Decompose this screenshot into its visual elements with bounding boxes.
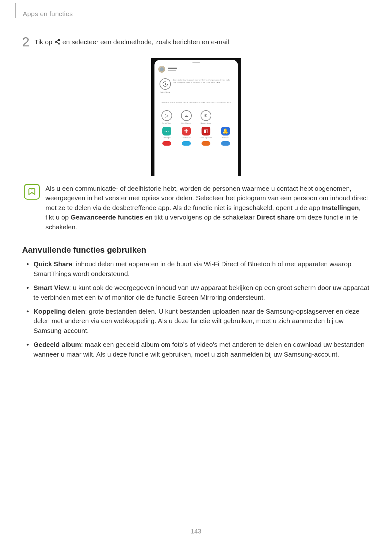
note-part-1: Instellingen bbox=[322, 204, 359, 211]
quick-share-icon bbox=[160, 78, 171, 90]
qs-desc-pre: Share instantly with people nearby. On t… bbox=[173, 79, 231, 83]
quick-share-desc: Share instantly with people nearby. On t… bbox=[173, 79, 234, 84]
app-label: Shared album bbox=[200, 122, 211, 124]
app-label: Create note bbox=[182, 137, 191, 139]
app-label: Smart View bbox=[162, 122, 171, 124]
partial-icon bbox=[202, 141, 210, 146]
figure: Quick Share Share instantly with people … bbox=[22, 58, 370, 176]
messages-icon: ⋯ bbox=[162, 127, 171, 135]
list-item: Gedeeld album: maak een gedeeld album om… bbox=[22, 340, 370, 359]
svg-point-5 bbox=[163, 82, 167, 87]
subheading: Aanvullende functies gebruiken bbox=[22, 245, 370, 255]
list-item: Smart View: u kunt ook de weergegeven in… bbox=[22, 283, 370, 302]
phone-screenshot: Quick Share Share instantly with people … bbox=[151, 58, 241, 176]
list-item: Quick Share: inhoud delen met apparaten … bbox=[22, 259, 370, 279]
sheet-header bbox=[158, 66, 234, 73]
section-header: Apps en functies bbox=[23, 10, 73, 18]
share-icon bbox=[54, 38, 61, 44]
app-samsung-notes: ◧ Samsung Notes bbox=[196, 127, 216, 139]
drag-handle-icon bbox=[192, 62, 200, 63]
bullet-text: : inhoud delen met apparaten in de buurt… bbox=[33, 260, 351, 277]
app-link-sharing: ☁ Link Sharing bbox=[177, 110, 196, 124]
svg-line-4 bbox=[57, 42, 58, 43]
partial-icon bbox=[182, 141, 191, 146]
step-text-before: Tik op bbox=[34, 38, 54, 45]
svg-line-3 bbox=[57, 40, 58, 41]
info-line: You'll be able to share with people here… bbox=[154, 98, 238, 110]
sheet-header-text bbox=[168, 68, 177, 71]
bullet-label: Quick Share bbox=[33, 260, 72, 268]
app-label: Samsung Notes bbox=[200, 137, 212, 139]
app-messages: ⋯ Messages bbox=[157, 127, 177, 139]
bullet-label: Smart View bbox=[33, 284, 69, 291]
app-partial-1 bbox=[157, 141, 177, 146]
qs-desc-bold: Tips bbox=[216, 81, 220, 83]
reminder-icon: 🔔 bbox=[221, 127, 230, 135]
link-sharing-icon: ☁ bbox=[181, 110, 192, 121]
svg-point-1 bbox=[55, 41, 56, 42]
header-rule bbox=[15, 3, 16, 18]
note-part-3: Geavanceerde functies bbox=[70, 214, 143, 221]
options-list: Quick Share: inhoud delen met apparaten … bbox=[22, 259, 370, 359]
shared-album-icon: ❄ bbox=[201, 110, 211, 121]
note-text: Als u een communicatie- of deelhistorie … bbox=[45, 184, 370, 232]
note-block: Als u een communicatie- of deelhistorie … bbox=[24, 184, 370, 232]
note-part-5: Direct share bbox=[256, 214, 295, 221]
step-text-after: en selecteer een deelmethode, zoals beri… bbox=[62, 38, 231, 45]
app-label: Messages bbox=[163, 137, 171, 139]
bullet-label: Koppeling delen bbox=[33, 308, 85, 315]
quick-share-row: Quick Share Share instantly with people … bbox=[154, 76, 238, 98]
quick-share-label: Quick Share bbox=[158, 91, 172, 93]
note-icon bbox=[24, 184, 40, 200]
note-part-4: en tikt u vervolgens op de schakelaar bbox=[143, 214, 256, 221]
page-number: 143 bbox=[0, 528, 392, 535]
list-item: Koppeling delen: grote bestanden delen. … bbox=[22, 307, 370, 335]
step-number: 2 bbox=[22, 35, 29, 49]
samsung-notes-icon: ◧ bbox=[202, 127, 210, 135]
app-partial-4 bbox=[216, 141, 235, 146]
app-reminder: 🔔 Reminder bbox=[216, 127, 235, 139]
app-create-note: ✚ Create note bbox=[177, 127, 196, 139]
create-note-icon: ✚ bbox=[182, 127, 191, 135]
svg-point-2 bbox=[58, 43, 59, 44]
bullet-text: : maak een gedeeld album om foto's of vi… bbox=[33, 341, 365, 358]
smart-view-icon: ▷ bbox=[161, 110, 172, 121]
partial-icon bbox=[221, 141, 230, 146]
bullet-label: Gedeeld album bbox=[33, 341, 81, 348]
step-text: Tik op en selecteer een deelmethode, zoa… bbox=[34, 37, 231, 47]
avatar-icon bbox=[158, 66, 165, 73]
bullet-text: : u kunt ook de weergegeven inhoud van u… bbox=[33, 284, 369, 301]
app-label: Link Sharing bbox=[181, 122, 191, 124]
app-grid: ▷ Smart View ☁ Link Sharing ❄ Shared alb… bbox=[154, 110, 238, 149]
partial-icon bbox=[162, 141, 171, 146]
app-shared-album: ❄ Shared album bbox=[196, 110, 216, 124]
svg-point-0 bbox=[58, 39, 59, 40]
note-part-0: Als u een communicatie- of deelhistorie … bbox=[45, 185, 368, 211]
app-label: Reminder bbox=[222, 137, 229, 139]
app-partial-3 bbox=[196, 141, 216, 146]
app-smart-view: ▷ Smart View bbox=[157, 110, 177, 124]
app-partial-2 bbox=[177, 141, 196, 146]
step-row: 2 Tik op en selecteer een deelmethode, z… bbox=[22, 37, 370, 49]
